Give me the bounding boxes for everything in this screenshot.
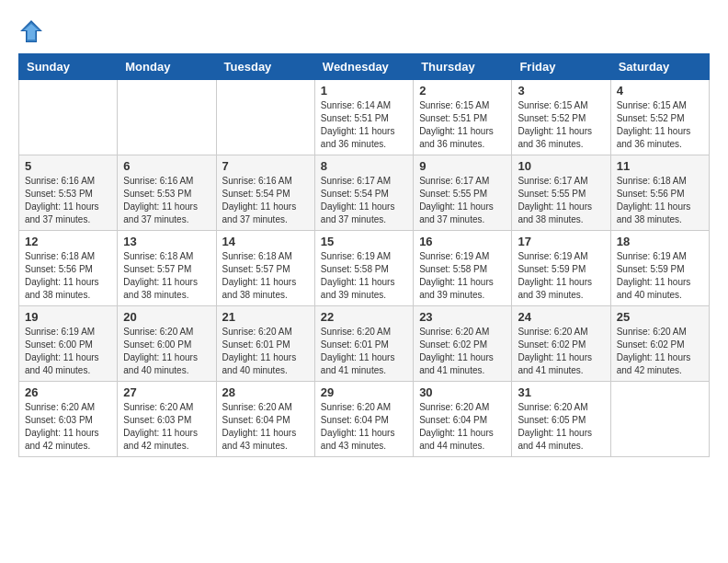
day-info: Sunrise: 6:20 AM Sunset: 6:04 PM Dayligh… [321, 401, 407, 453]
day-number: 21 [222, 310, 309, 324]
calendar-cell: 21Sunrise: 6:20 AM Sunset: 6:01 PM Dayli… [216, 306, 314, 382]
day-number: 19 [25, 310, 111, 324]
calendar-cell: 11Sunrise: 6:18 AM Sunset: 5:56 PM Dayli… [610, 155, 709, 231]
day-info: Sunrise: 6:17 AM Sunset: 5:55 PM Dayligh… [518, 175, 604, 226]
calendar-week-row: 1Sunrise: 6:14 AM Sunset: 5:51 PM Daylig… [19, 80, 710, 155]
day-info: Sunrise: 6:20 AM Sunset: 6:02 PM Dayligh… [419, 326, 506, 377]
day-number: 12 [25, 235, 111, 248]
calendar-header-row: SundayMondayTuesdayWednesdayThursdayFrid… [19, 54, 710, 80]
day-number: 7 [222, 159, 309, 173]
day-info: Sunrise: 6:16 AM Sunset: 5:54 PM Dayligh… [222, 175, 309, 226]
calendar-cell: 1Sunrise: 6:14 AM Sunset: 5:51 PM Daylig… [314, 80, 413, 155]
weekday-header-friday: Friday [512, 54, 610, 80]
calendar-cell: 8Sunrise: 6:17 AM Sunset: 5:54 PM Daylig… [314, 155, 413, 231]
day-number: 9 [419, 159, 506, 173]
calendar-cell: 4Sunrise: 6:15 AM Sunset: 5:52 PM Daylig… [610, 80, 709, 155]
calendar-cell: 13Sunrise: 6:18 AM Sunset: 5:57 PM Dayli… [118, 231, 216, 306]
page-header [18, 18, 710, 44]
weekday-header-sunday: Sunday [19, 54, 118, 80]
calendar-cell: 29Sunrise: 6:20 AM Sunset: 6:04 PM Dayli… [314, 382, 413, 457]
day-number: 3 [518, 84, 604, 98]
calendar-cell: 7Sunrise: 6:16 AM Sunset: 5:54 PM Daylig… [216, 155, 314, 231]
day-number: 31 [518, 385, 604, 399]
weekday-header-monday: Monday [118, 54, 216, 80]
day-info: Sunrise: 6:16 AM Sunset: 5:53 PM Dayligh… [123, 175, 210, 226]
calendar-cell: 28Sunrise: 6:20 AM Sunset: 6:04 PM Dayli… [216, 382, 314, 457]
calendar-cell [19, 80, 118, 155]
day-info: Sunrise: 6:15 AM Sunset: 5:52 PM Dayligh… [518, 99, 604, 151]
calendar-cell: 14Sunrise: 6:18 AM Sunset: 5:57 PM Dayli… [216, 231, 314, 306]
day-number: 23 [419, 310, 506, 324]
calendar-week-row: 5Sunrise: 6:16 AM Sunset: 5:53 PM Daylig… [19, 155, 710, 231]
day-number: 6 [123, 159, 210, 173]
calendar-cell: 18Sunrise: 6:19 AM Sunset: 5:59 PM Dayli… [610, 231, 709, 306]
day-number: 8 [321, 159, 407, 173]
day-number: 4 [617, 84, 703, 98]
calendar-week-row: 19Sunrise: 6:19 AM Sunset: 6:00 PM Dayli… [19, 306, 710, 382]
weekday-header-tuesday: Tuesday [216, 54, 314, 80]
day-info: Sunrise: 6:18 AM Sunset: 5:57 PM Dayligh… [222, 250, 309, 302]
day-info: Sunrise: 6:20 AM Sunset: 6:04 PM Dayligh… [419, 401, 506, 453]
day-number: 18 [617, 235, 703, 248]
day-number: 20 [123, 310, 210, 324]
calendar-cell: 20Sunrise: 6:20 AM Sunset: 6:00 PM Dayli… [118, 306, 216, 382]
day-info: Sunrise: 6:18 AM Sunset: 5:56 PM Dayligh… [617, 175, 703, 226]
day-info: Sunrise: 6:19 AM Sunset: 5:59 PM Dayligh… [518, 250, 604, 302]
day-number: 2 [419, 84, 506, 98]
day-number: 5 [25, 159, 111, 173]
day-number: 1 [321, 84, 407, 98]
calendar-cell: 23Sunrise: 6:20 AM Sunset: 6:02 PM Dayli… [414, 306, 512, 382]
calendar-cell: 24Sunrise: 6:20 AM Sunset: 6:02 PM Dayli… [512, 306, 610, 382]
day-info: Sunrise: 6:20 AM Sunset: 6:04 PM Dayligh… [222, 401, 309, 453]
calendar-cell [216, 80, 314, 155]
day-number: 22 [321, 310, 407, 324]
day-info: Sunrise: 6:20 AM Sunset: 6:03 PM Dayligh… [25, 401, 111, 453]
day-info: Sunrise: 6:20 AM Sunset: 6:05 PM Dayligh… [518, 401, 604, 453]
calendar-table: SundayMondayTuesdayWednesdayThursdayFrid… [18, 53, 710, 457]
day-number: 11 [617, 159, 703, 173]
day-info: Sunrise: 6:16 AM Sunset: 5:53 PM Dayligh… [25, 175, 111, 226]
day-number: 10 [518, 159, 604, 173]
calendar-cell: 31Sunrise: 6:20 AM Sunset: 6:05 PM Dayli… [512, 382, 610, 457]
day-info: Sunrise: 6:20 AM Sunset: 6:00 PM Dayligh… [123, 326, 210, 377]
calendar-cell: 10Sunrise: 6:17 AM Sunset: 5:55 PM Dayli… [512, 155, 610, 231]
day-info: Sunrise: 6:20 AM Sunset: 6:02 PM Dayligh… [518, 326, 604, 377]
day-info: Sunrise: 6:20 AM Sunset: 6:01 PM Dayligh… [321, 326, 407, 377]
day-info: Sunrise: 6:20 AM Sunset: 6:03 PM Dayligh… [123, 401, 210, 453]
day-info: Sunrise: 6:20 AM Sunset: 6:02 PM Dayligh… [617, 326, 703, 377]
logo [18, 18, 48, 44]
day-info: Sunrise: 6:19 AM Sunset: 5:59 PM Dayligh… [617, 250, 703, 302]
day-info: Sunrise: 6:19 AM Sunset: 5:58 PM Dayligh… [321, 250, 407, 302]
weekday-header-wednesday: Wednesday [314, 54, 413, 80]
day-info: Sunrise: 6:17 AM Sunset: 5:54 PM Dayligh… [321, 175, 407, 226]
weekday-header-thursday: Thursday [414, 54, 512, 80]
calendar-cell: 3Sunrise: 6:15 AM Sunset: 5:52 PM Daylig… [512, 80, 610, 155]
calendar-cell: 2Sunrise: 6:15 AM Sunset: 5:51 PM Daylig… [414, 80, 512, 155]
weekday-header-saturday: Saturday [610, 54, 709, 80]
calendar-cell: 19Sunrise: 6:19 AM Sunset: 6:00 PM Dayli… [19, 306, 118, 382]
day-number: 29 [321, 385, 407, 399]
day-info: Sunrise: 6:15 AM Sunset: 5:52 PM Dayligh… [617, 99, 703, 151]
day-number: 30 [419, 385, 506, 399]
day-number: 14 [222, 235, 309, 248]
calendar-cell: 16Sunrise: 6:19 AM Sunset: 5:58 PM Dayli… [414, 231, 512, 306]
day-number: 24 [518, 310, 604, 324]
day-info: Sunrise: 6:18 AM Sunset: 5:56 PM Dayligh… [25, 250, 111, 302]
day-info: Sunrise: 6:17 AM Sunset: 5:55 PM Dayligh… [419, 175, 506, 226]
day-info: Sunrise: 6:19 AM Sunset: 6:00 PM Dayligh… [25, 326, 111, 377]
day-number: 15 [321, 235, 407, 248]
day-info: Sunrise: 6:15 AM Sunset: 5:51 PM Dayligh… [419, 99, 506, 151]
calendar-cell [118, 80, 216, 155]
calendar-cell [610, 382, 709, 457]
calendar-cell: 12Sunrise: 6:18 AM Sunset: 5:56 PM Dayli… [19, 231, 118, 306]
day-number: 28 [222, 385, 309, 399]
logo-icon [18, 18, 44, 44]
day-info: Sunrise: 6:18 AM Sunset: 5:57 PM Dayligh… [123, 250, 210, 302]
calendar-cell: 25Sunrise: 6:20 AM Sunset: 6:02 PM Dayli… [610, 306, 709, 382]
calendar-cell: 5Sunrise: 6:16 AM Sunset: 5:53 PM Daylig… [19, 155, 118, 231]
calendar-cell: 17Sunrise: 6:19 AM Sunset: 5:59 PM Dayli… [512, 231, 610, 306]
calendar-week-row: 26Sunrise: 6:20 AM Sunset: 6:03 PM Dayli… [19, 382, 710, 457]
calendar-cell: 9Sunrise: 6:17 AM Sunset: 5:55 PM Daylig… [414, 155, 512, 231]
day-info: Sunrise: 6:20 AM Sunset: 6:01 PM Dayligh… [222, 326, 309, 377]
day-number: 25 [617, 310, 703, 324]
